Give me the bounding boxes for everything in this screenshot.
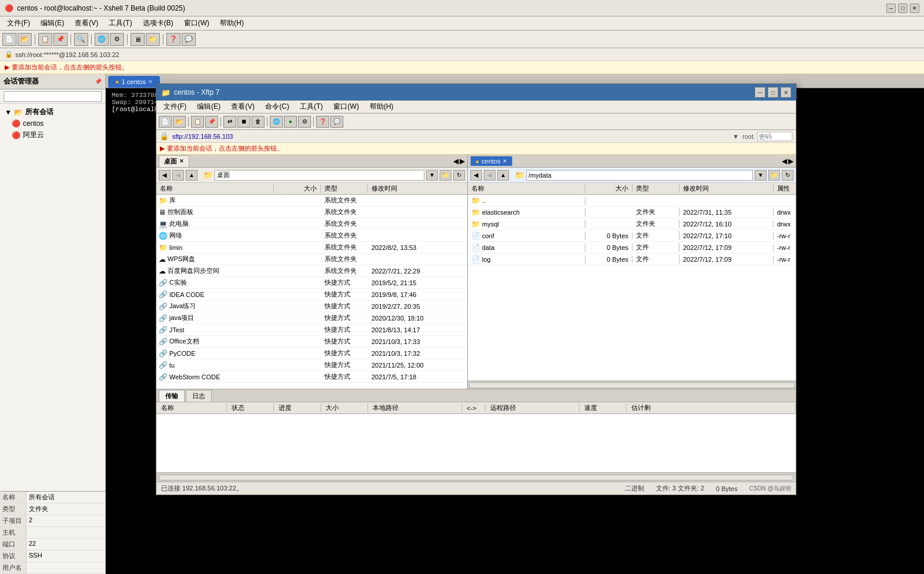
xftp-help-btn[interactable]: ❓ (316, 116, 329, 128)
left-file-row[interactable]: 🔗JTest 快捷方式 2021/8/13, 14:17 (156, 324, 467, 336)
right-tab-centos[interactable]: ● centos ✕ (470, 156, 513, 166)
tree-item-all-sessions[interactable]: ▼ 📂 所有会话 (0, 106, 105, 118)
rcol-header-type[interactable]: 类型 (632, 184, 679, 193)
xftp-menu-help[interactable]: 帮助(H) (365, 101, 399, 113)
right-tab-close[interactable]: ✕ (503, 158, 507, 164)
menu-help[interactable]: 帮助(H) (215, 17, 249, 29)
right-file-row[interactable]: 📁elasticsearch 文件夹 2022/7/31, 11:35 drwx (468, 206, 796, 218)
xftp-menu-command[interactable]: 命令(C) (260, 101, 294, 113)
terminal-btn[interactable]: 🖥 (130, 33, 145, 46)
col-header-type[interactable]: 类型 (321, 184, 368, 193)
xftp-menu-view[interactable]: 查看(V) (226, 101, 259, 113)
xftp-menu-file[interactable]: 文件(F) (159, 101, 191, 113)
xftp-paste-btn[interactable]: 📌 (205, 116, 218, 128)
col-header-date[interactable]: 修改时间 (368, 184, 467, 193)
xftp-new-btn[interactable]: 📄 (159, 116, 172, 128)
close-button[interactable]: ✕ (910, 4, 919, 13)
right-up-button[interactable]: ▲ (497, 170, 509, 181)
search-btn[interactable]: 🔍 (74, 33, 88, 46)
sftp-dropdown-icon[interactable]: ▼ (732, 133, 739, 140)
right-path-input[interactable] (526, 170, 753, 181)
left-file-row[interactable]: 💻此电脑 系统文件夹 (156, 218, 467, 230)
xftp-menu-window[interactable]: 窗口(W) (329, 101, 363, 113)
left-file-row[interactable]: 📁limin 系统文件夹 2022/8/2, 13:53 (156, 242, 467, 253)
right-back-button[interactable]: ◀ (470, 170, 482, 181)
settings-btn[interactable]: ⚙ (110, 33, 124, 46)
left-file-row[interactable]: 🔗Office文档 快捷方式 2021/10/3, 17:33 (156, 336, 467, 348)
xftp-connect-btn[interactable]: 🌐 (270, 116, 283, 128)
xftp-open-btn[interactable]: 📂 (173, 116, 186, 128)
left-tab-close[interactable]: ✕ (179, 158, 184, 164)
menu-file[interactable]: 文件(F) (2, 17, 35, 29)
tab-close-icon[interactable]: ✕ (148, 79, 153, 85)
right-refresh-btn[interactable]: ↻ (782, 170, 794, 181)
tree-item-centos[interactable]: 🔴 centos (0, 118, 105, 129)
minimize-button[interactable]: ─ (886, 4, 896, 13)
transfer-scrollbar[interactable] (156, 472, 796, 482)
xftp-maximize-button[interactable]: □ (768, 87, 778, 98)
left-refresh-btn[interactable]: ↻ (453, 170, 465, 181)
xftp-menu-edit[interactable]: 编辑(E) (192, 101, 225, 113)
right-file-row[interactable]: 📁.. (468, 195, 796, 206)
session-search-input[interactable] (4, 91, 102, 102)
xftp-delete-btn[interactable]: 🗑 (252, 116, 265, 128)
xftp-green-btn[interactable]: ● (284, 116, 297, 128)
right-scrollbar[interactable] (468, 381, 796, 389)
left-file-row[interactable]: ☁百度网盘同步空间 系统文件夹 2022/7/21, 22:29 (156, 265, 467, 277)
help-btn[interactable]: ❓ (166, 33, 180, 46)
new-session-btn[interactable]: 📄 (2, 33, 16, 46)
connect-btn[interactable]: 🌐 (95, 33, 109, 46)
menu-view[interactable]: 查看(V) (70, 17, 103, 29)
menu-tabs[interactable]: 选项卡(B) (138, 17, 178, 29)
left-file-row[interactable]: 🔗C实验 快捷方式 2019/5/2, 21:15 (156, 277, 467, 289)
menu-window[interactable]: 窗口(W) (179, 17, 214, 29)
left-path-input[interactable] (215, 170, 424, 181)
left-up-button[interactable]: ▲ (186, 170, 197, 181)
left-file-row[interactable]: 🔗tu 快捷方式 2021/11/25, 12:00 (156, 359, 467, 371)
rcol-header-date[interactable]: 修改时间 (679, 184, 774, 193)
right-file-row[interactable]: 📄log 0 Bytes 文件 2022/7/12, 17:09 -rw-r (468, 253, 796, 265)
xftp-minimize-button[interactable]: ─ (755, 87, 765, 98)
left-back-button[interactable]: ◀ (159, 170, 170, 181)
xftp-stop-btn[interactable]: ⏹ (237, 116, 250, 128)
terminal-tab-centos[interactable]: ● 1 centos ✕ (108, 76, 160, 88)
menu-tools[interactable]: 工具(T) (104, 17, 136, 29)
chat-btn[interactable]: 💬 (182, 33, 196, 46)
left-file-row[interactable]: 🌐网络 系统文件夹 (156, 230, 467, 242)
right-file-row[interactable]: 📄data 0 Bytes 文件 2022/7/12, 17:09 -rw-r (468, 242, 796, 253)
sftp-password-input[interactable] (757, 132, 792, 141)
open-btn[interactable]: 📂 (18, 33, 32, 46)
sftp-address-input[interactable] (172, 132, 729, 141)
right-dropdown-btn[interactable]: ▼ (755, 170, 766, 181)
col-header-size[interactable]: 大小 (274, 184, 321, 193)
left-file-row[interactable]: 🔗Java练习 快捷方式 2019/2/27, 20:35 (156, 301, 467, 312)
right-file-row[interactable]: 📁mysql 文件夹 2022/7/12, 16:10 drwx (468, 218, 796, 230)
xftp-close-button[interactable]: ✕ (781, 87, 791, 98)
left-file-row[interactable]: 📁库 系统文件夹 (156, 195, 467, 206)
right-panel-nav-left[interactable]: ◀ (782, 157, 787, 165)
transfer-tab-transfer[interactable]: 传输 (159, 390, 185, 402)
tree-item-aliyun[interactable]: 🔴 阿里云 (0, 129, 105, 141)
rcol-header-name[interactable]: 名称 (468, 184, 585, 193)
rcol-header-attr[interactable]: 属性 (774, 184, 796, 193)
copy-btn[interactable]: 📋 (38, 33, 52, 46)
right-forward-button[interactable]: ◀ (484, 170, 496, 181)
left-tab-desktop[interactable]: 桌面 ✕ (159, 155, 189, 167)
left-file-row[interactable]: 🖥控制面板 系统文件夹 (156, 206, 467, 218)
left-file-row[interactable]: 🔗PyCODE 快捷方式 2021/10/3, 17:32 (156, 348, 467, 359)
left-dropdown-btn[interactable]: ▼ (426, 170, 438, 181)
pin-icon[interactable]: 📌 (95, 78, 102, 85)
left-file-row[interactable]: 🔗WebStorm CODE 快捷方式 2021/7/5, 17:18 (156, 371, 467, 383)
left-file-row[interactable]: ☁WPS网盘 系统文件夹 (156, 253, 467, 265)
left-file-row[interactable]: 🔗java项目 快捷方式 2020/12/30, 18:10 (156, 312, 467, 324)
right-panel-nav-right[interactable]: ▶ (788, 157, 794, 165)
paste-btn[interactable]: 📌 (53, 33, 68, 46)
transfer-tab-log[interactable]: 日志 (186, 390, 212, 402)
maximize-button[interactable]: □ (898, 4, 908, 13)
left-panel-nav-right[interactable]: ▶ (460, 157, 465, 165)
xftp-menu-tools[interactable]: 工具(T) (295, 101, 327, 113)
right-file-row[interactable]: 📄conf 0 Bytes 文件 2022/7/12, 17:10 -rw-r (468, 230, 796, 242)
xftp-copy-btn[interactable]: 📋 (191, 116, 204, 128)
sftp-btn[interactable]: 📁 (146, 33, 160, 46)
xftp-chat-btn[interactable]: 💬 (330, 116, 343, 128)
